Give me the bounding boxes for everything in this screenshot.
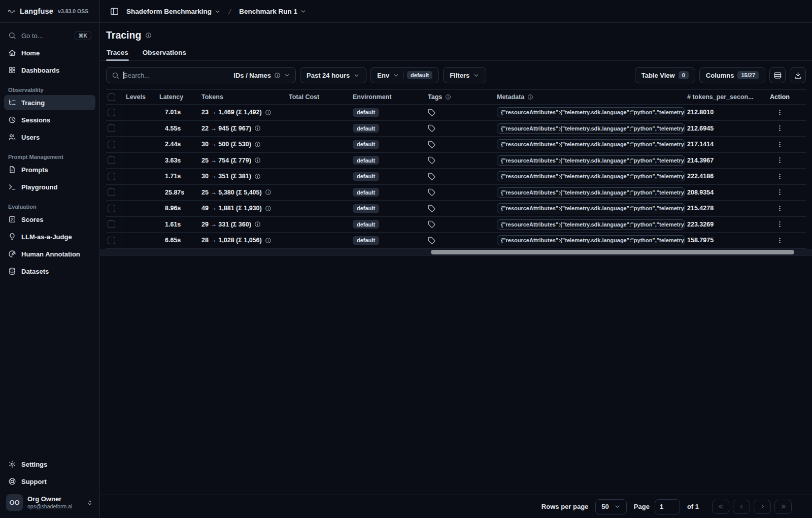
sidebar-item-human-annotation[interactable]: Human Annotation	[4, 246, 95, 262]
cell-tags[interactable]	[428, 188, 497, 196]
info-icon[interactable]	[527, 94, 533, 100]
metadata-chip[interactable]: {"resourceAttributes":{"telemetry.sdk.la…	[497, 123, 685, 134]
sidebar-item-prompts[interactable]: Prompts	[4, 162, 95, 177]
metadata-chip[interactable]: {"resourceAttributes":{"telemetry.sdk.la…	[497, 155, 685, 166]
kebab-menu-icon[interactable]	[776, 109, 784, 116]
sidebar-item-tracing[interactable]: Tracing	[4, 95, 95, 110]
table-row[interactable]: 2.44s 30 → 500 (Σ 530) default {"resourc…	[106, 137, 806, 153]
table-row[interactable]: 1.71s 30 → 351 (Σ 381) default {"resourc…	[106, 169, 806, 185]
sidebar-item-sessions[interactable]: Sessions	[4, 112, 95, 127]
info-icon[interactable]	[445, 94, 451, 100]
info-icon[interactable]	[254, 173, 261, 180]
export-button[interactable]	[790, 67, 806, 83]
info-icon[interactable]	[254, 125, 261, 132]
row-checkbox[interactable]	[108, 173, 115, 180]
first-page-button[interactable]	[712, 500, 729, 514]
info-icon[interactable]	[145, 32, 152, 39]
metadata-chip[interactable]: {"resourceAttributes":{"telemetry.sdk.la…	[497, 107, 685, 117]
metadata-chip[interactable]: {"resourceAttributes":{"telemetry.sdk.la…	[497, 219, 685, 230]
sidebar-item-label: Users	[21, 134, 40, 141]
table-row[interactable]: 7.01s 23 → 1,469 (Σ 1,492) default {"res…	[106, 105, 806, 121]
row-checkbox[interactable]	[108, 124, 115, 132]
row-checkbox[interactable]	[108, 109, 115, 116]
info-icon[interactable]	[265, 109, 272, 116]
filters-button[interactable]: Filters	[443, 67, 486, 83]
kebab-menu-icon[interactable]	[776, 156, 784, 164]
next-page-button[interactable]	[754, 500, 771, 514]
metadata-chip[interactable]: {"resourceAttributes":{"telemetry.sdk.la…	[497, 235, 685, 245]
info-icon[interactable]	[265, 237, 272, 244]
select-all-checkbox[interactable]	[108, 93, 115, 101]
sidebar-item-support[interactable]: Support	[4, 474, 95, 489]
search-input[interactable]	[123, 72, 229, 79]
table-row[interactable]: 8.96s 49 → 1,881 (Σ 1,930) default {"res…	[106, 201, 806, 217]
info-icon[interactable]	[254, 141, 261, 148]
kebab-menu-icon[interactable]	[776, 141, 784, 148]
table-row[interactable]: 25.87s 25 → 5,380 (Σ 5,405) default {"re…	[106, 185, 806, 201]
kebab-menu-icon[interactable]	[776, 124, 784, 132]
columns-button[interactable]: Columns 15/27	[699, 67, 765, 83]
sidebar-item-dashboards[interactable]: Dashboards	[4, 62, 95, 78]
sidebar-item-home[interactable]: Home	[4, 45, 95, 60]
kebab-menu-icon[interactable]	[776, 220, 784, 228]
metadata-chip[interactable]: {"resourceAttributes":{"telemetry.sdk.la…	[497, 187, 685, 198]
breadcrumb-project[interactable]: Shadeform Benchmarking	[126, 8, 221, 15]
cell-tags[interactable]	[428, 109, 497, 116]
cell-metadata: {"resourceAttributes":{"telemetry.sdk.la…	[497, 219, 687, 230]
metadata-chip[interactable]: {"resourceAttributes":{"telemetry.sdk.la…	[497, 203, 685, 213]
kebab-menu-icon[interactable]	[776, 205, 784, 212]
info-icon[interactable]	[265, 189, 272, 196]
kebab-menu-icon[interactable]	[776, 237, 784, 244]
cell-tags[interactable]	[428, 141, 497, 148]
kebab-menu-icon[interactable]	[776, 188, 784, 196]
goto-search[interactable]: Go to... ⌘K	[4, 28, 95, 43]
breadcrumb-run[interactable]: Benchmark Run 1	[239, 8, 307, 15]
sidebar-item-datasets[interactable]: Datasets	[4, 264, 95, 279]
previous-page-button[interactable]	[733, 500, 750, 514]
table-row[interactable]: 6.65s 28 → 1,028 (Σ 1,056) default {"res…	[106, 233, 806, 249]
info-icon[interactable]	[265, 205, 272, 212]
sidebar-item-playground[interactable]: Playground	[4, 179, 95, 195]
row-checkbox[interactable]	[108, 156, 115, 164]
rows-per-page-value: 50	[601, 503, 608, 510]
cell-tags[interactable]	[428, 220, 497, 228]
cell-tags[interactable]	[428, 173, 497, 180]
horizontal-scrollbar-thumb[interactable]	[431, 250, 794, 254]
sidebar-item-settings[interactable]: Settings	[4, 457, 95, 472]
time-range-button[interactable]: Past 24 hours	[300, 67, 366, 83]
sidebar-item-scores[interactable]: Scores	[4, 212, 95, 227]
row-checkbox[interactable]	[108, 237, 115, 244]
search-mode-dropdown[interactable]: IDs / Names	[233, 72, 290, 79]
kebab-menu-icon[interactable]	[776, 173, 784, 180]
tab-observations[interactable]: Observations	[142, 46, 187, 60]
row-height-button[interactable]	[769, 67, 786, 83]
tab-traces[interactable]: Traces	[106, 46, 129, 60]
sidebar-item-llm-as-a-judge[interactable]: LLM-as-a-Judge	[4, 229, 95, 244]
cell-tags[interactable]	[428, 156, 497, 164]
info-icon[interactable]	[254, 221, 261, 228]
table-row[interactable]: 3.63s 25 → 754 (Σ 779) default {"resourc…	[106, 153, 806, 169]
page-number-input[interactable]	[655, 499, 680, 514]
main-area: Shadeform Benchmarking / Benchmark Run 1…	[100, 0, 812, 518]
page-header: Tracing	[106, 23, 806, 41]
table-row[interactable]: 4.55s 22 → 945 (Σ 967) default {"resourc…	[106, 121, 806, 137]
cell-tags[interactable]	[428, 205, 497, 212]
row-checkbox[interactable]	[108, 205, 115, 212]
info-icon[interactable]	[254, 157, 261, 164]
account-switcher[interactable]: OO Org Owner ops@shadeform.ai	[4, 491, 95, 514]
row-checkbox[interactable]	[108, 141, 115, 148]
sidebar-toggle-button[interactable]	[107, 4, 121, 18]
cell-tags[interactable]	[428, 124, 497, 132]
table-row[interactable]: 1.61s 29 → 331 (Σ 360) default {"resourc…	[106, 217, 806, 233]
env-filter-button[interactable]: Env default	[370, 67, 439, 83]
sidebar-item-users[interactable]: Users	[4, 130, 95, 145]
cell-tags[interactable]	[428, 237, 497, 244]
table-view-button[interactable]: Table View 0	[635, 67, 695, 83]
cell-latency: 1.71s	[155, 173, 201, 180]
row-checkbox[interactable]	[108, 188, 115, 196]
metadata-chip[interactable]: {"resourceAttributes":{"telemetry.sdk.la…	[497, 171, 685, 181]
last-page-button[interactable]	[774, 500, 792, 514]
metadata-chip[interactable]: {"resourceAttributes":{"telemetry.sdk.la…	[497, 139, 685, 149]
rows-per-page-select[interactable]: 50	[595, 499, 626, 514]
row-checkbox[interactable]	[108, 220, 115, 228]
